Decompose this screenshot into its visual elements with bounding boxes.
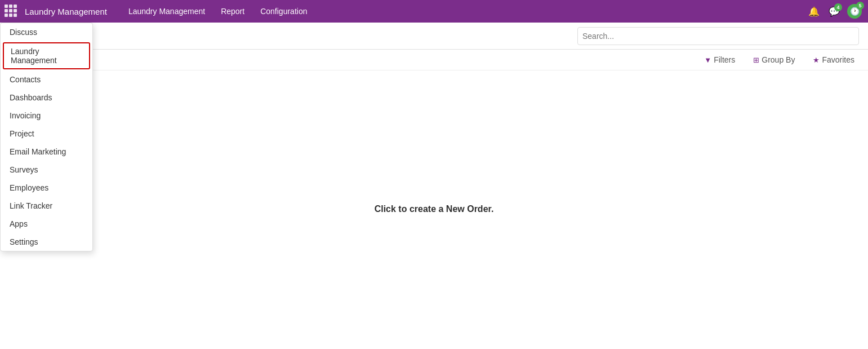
menu-item-discuss[interactable]: Discuss [1, 23, 92, 41]
favorites-label: Favorites [822, 55, 854, 64]
menu-item-email-marketing[interactable]: Email Marketing [1, 143, 92, 161]
menu-item-contacts[interactable]: Contacts [1, 70, 92, 89]
menu-item-employees[interactable]: Employees [1, 179, 92, 197]
filters-label: Filters [714, 55, 735, 64]
menu-item-invoicing[interactable]: Invoicing [1, 107, 92, 125]
filterbar: ▼ Filters ⊞ Group By ★ Favorites [0, 50, 868, 70]
clock-badge: 5 [856, 2, 864, 10]
groupby-icon: ⊞ [753, 56, 759, 64]
menu-item-dashboards[interactable]: Dashboards [1, 89, 92, 107]
secondbar: ent [0, 23, 868, 50]
bell-icon: 🔔 [808, 6, 820, 17]
menu-item-link-tracker[interactable]: Link Tracker [1, 197, 92, 215]
search-bar[interactable] [577, 27, 859, 45]
nav-report[interactable]: Report [213, 0, 252, 23]
nav-laundry-management[interactable]: Laundry Management [121, 0, 213, 23]
app-title: Laundry Management [25, 7, 107, 16]
menu-item-project[interactable]: Project [1, 125, 92, 143]
chat-icon-button[interactable]: 💬 4 [825, 2, 843, 20]
groupby-button[interactable]: ⊞ Group By [749, 53, 799, 67]
menu-item-settings[interactable]: Settings [1, 233, 92, 251]
topbar: Laundry Management Laundry Management Re… [0, 0, 868, 23]
chat-badge: 4 [834, 3, 842, 11]
favorites-button[interactable]: ★ Favorites [808, 53, 859, 67]
menu-item-laundry-management[interactable]: Laundry Management [3, 42, 90, 69]
app-switcher-dropdown: Discuss Laundry Management Contacts Dash… [0, 23, 93, 251]
topbar-left: Laundry Management Laundry Management Re… [5, 0, 805, 23]
filter-icon: ▼ [704, 56, 711, 64]
empty-message[interactable]: Click to create a New Order. [375, 204, 494, 214]
topbar-nav: Laundry Management Report Configuration [121, 0, 315, 23]
menu-item-surveys[interactable]: Surveys [1, 161, 92, 179]
groupby-label: Group By [762, 55, 795, 64]
apps-grid-icon[interactable] [5, 5, 18, 18]
search-input[interactable] [582, 32, 854, 41]
bell-icon-button[interactable]: 🔔 [805, 2, 823, 20]
menu-item-apps[interactable]: Apps [1, 215, 92, 233]
filters-button[interactable]: ▼ Filters [700, 53, 740, 67]
clock-icon-button[interactable]: 🕐 5 [845, 2, 863, 20]
topbar-right: 🔔 💬 4 🕐 5 [805, 2, 863, 20]
main-content: Click to create a New Order. [0, 70, 868, 347]
nav-configuration[interactable]: Configuration [252, 0, 315, 23]
star-icon: ★ [813, 56, 820, 64]
